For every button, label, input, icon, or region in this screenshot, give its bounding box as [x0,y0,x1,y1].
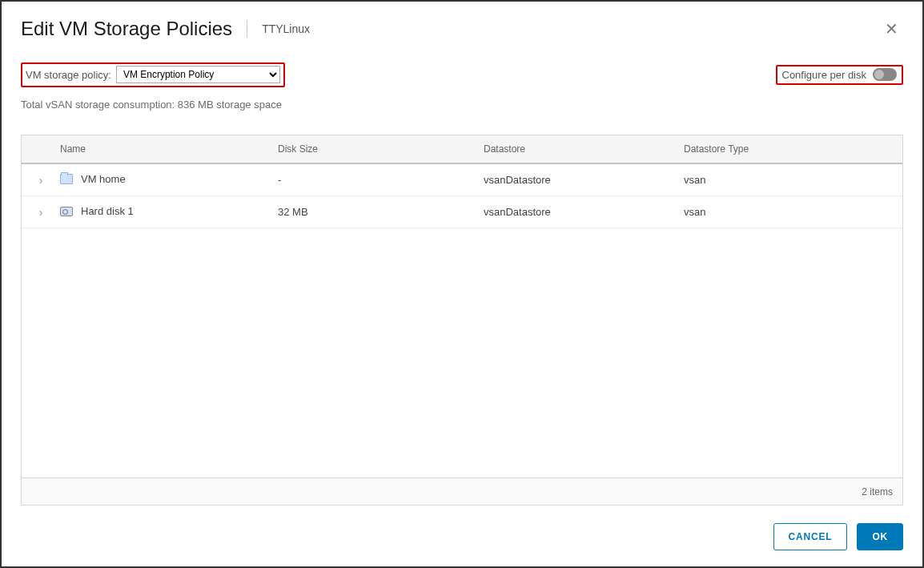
row-name: VM home [81,173,126,185]
cell-disk-size: - [278,174,484,186]
disk-icon [60,207,73,216]
table-row[interactable]: › VM home - vsanDatastore vsan [22,164,902,196]
close-button[interactable]: ✕ [880,19,903,38]
table-row[interactable]: › Hard disk 1 32 MB vsanDatastore vsan [22,196,902,228]
dialog-actions: CANCEL OK [21,506,903,550]
expand-toggle[interactable]: › [22,174,60,187]
cell-name: VM home [60,173,278,187]
row-name: Hard disk 1 [81,205,134,217]
col-name: Name [60,143,278,155]
chevron-right-icon: › [39,206,43,219]
col-datastore: Datastore [484,143,684,155]
edit-vm-storage-policies-dialog: Edit VM Storage Policies TTYLinux ✕ VM s… [0,0,924,568]
policy-selector-highlight: VM storage policy: VM Encryption Policy [21,62,285,87]
col-size: Disk Size [278,143,484,155]
table-body: › VM home - vsanDatastore vsan › [22,164,902,477]
vm-name: TTYLinux [262,22,310,35]
cell-name: Hard disk 1 [60,205,278,219]
expand-toggle[interactable]: › [22,206,60,219]
dialog-header: Edit VM Storage Policies TTYLinux ✕ [21,18,903,40]
divider [247,20,247,38]
chevron-right-icon: › [39,174,43,187]
item-count: 2 items [862,486,893,498]
ok-button[interactable]: OK [857,523,903,550]
vm-storage-policy-select[interactable]: VM Encryption Policy [116,66,280,83]
configure-per-disk-label: Configure per disk [782,69,867,81]
cancel-button[interactable]: CANCEL [773,523,848,550]
table-header: Name Disk Size Datastore Datastore Type [22,135,902,164]
cell-disk-size: 32 MB [278,206,484,218]
vsan-consumption-text: Total vSAN storage consumption: 836 MB s… [21,99,903,111]
toggle-knob [874,70,884,79]
cell-datastore-type: vsan [684,206,902,218]
cell-datastore: vsanDatastore [484,174,684,186]
cell-datastore: vsanDatastore [484,206,684,218]
folder-icon [60,174,73,184]
disk-table: Name Disk Size Datastore Datastore Type … [21,135,903,506]
controls-row: VM storage policy: VM Encryption Policy … [21,62,903,87]
configure-per-disk-highlight: Configure per disk [776,65,904,85]
close-icon: ✕ [885,20,898,38]
cell-datastore-type: vsan [684,174,902,186]
policy-label: VM storage policy: [26,69,111,81]
table-footer: 2 items [22,477,902,505]
col-datastore-type: Datastore Type [684,143,902,155]
configure-per-disk-toggle[interactable] [873,68,897,81]
dialog-title: Edit VM Storage Policies [21,18,232,40]
